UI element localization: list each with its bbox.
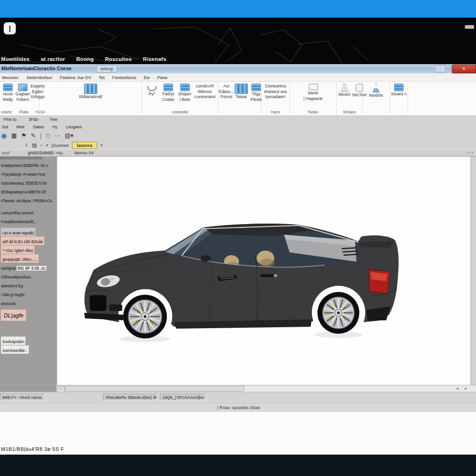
ribbon-button-icon — [356, 84, 363, 92]
side-mirror — [200, 255, 211, 262]
tree-item[interactable]: sEiéaguiatqecoABBiTB GE — [1, 187, 46, 195]
restore-button[interactable]: ▫ — [435, 65, 445, 73]
menu-item[interactable]: Tet — [99, 75, 105, 80]
door-handle-chrome — [274, 274, 277, 277]
car-3d-model[interactable] — [84, 224, 399, 342]
ribbon-button[interactable]: Steard A — [391, 84, 407, 97]
ribbon-button[interactable]: Tetaar — [234, 84, 248, 99]
toolbar-link[interactable]: Hy — [53, 125, 58, 129]
dashes-icon[interactable]: – – — [55, 132, 61, 140]
document-tab[interactable]: selong — [96, 65, 117, 73]
separator[interactable]: | — [40, 132, 42, 140]
top-blue-bar — [0, 0, 476, 18]
ribbon-button[interactable]: races Widty — [1, 84, 15, 102]
menu-item[interactable]: Fastene Jue DV — [60, 75, 91, 80]
ellipse-icon[interactable]: ◯ — [46, 132, 51, 140]
tree-item[interactable]: voenlusentfar... — [1, 345, 29, 354]
grid-icon[interactable]: ▦ — [11, 132, 17, 140]
highlighted-keyword-chip[interactable]: lasocra — [72, 142, 97, 149]
constraint-icon[interactable]: ⊦ — [26, 142, 28, 148]
tree-item[interactable]: La#uy#döa=ooore# — [1, 208, 33, 216]
tree-item[interactable]: Soeluspoden — [1, 337, 26, 345]
band-button[interactable] — [465, 25, 474, 29]
menu-item[interactable]: Ew — [144, 75, 150, 80]
ribbon-button[interactable]: Mesict — [337, 84, 351, 97]
tree-item[interactable]: oaSignai 991 BF 6.68 .oc — [1, 263, 46, 271]
menu-item[interactable]: Fanteettsios — [112, 75, 136, 80]
application-window: | Mowtilidesat ractlorBoongRosculiosRise… — [0, 0, 476, 476]
tree-item[interactable]: '* AGu' /gBa'i Allea — [1, 245, 34, 254]
ribbon-button[interactable]: Sfdtarratzrall — [79, 84, 102, 99]
tree-top-band — [0, 157, 42, 159]
toolbar-link[interactable]: Dates — [33, 125, 44, 129]
box-icon[interactable]: ▫ — [40, 142, 42, 148]
toolbar-link[interactable]: Moir — [17, 125, 25, 129]
top-menu-item[interactable]: Rosculios — [105, 56, 132, 62]
toolbar-link[interactable]: Sut — [2, 125, 8, 129]
ribbon-button[interactable]: Ctorteartica shatasut aos tyecadater! — [264, 84, 287, 99]
close-button[interactable]: ✕ — [452, 65, 476, 73]
toolbar-link[interactable]: 3Fdo — [29, 117, 39, 122]
ribbon-button[interactable]: LtendcAR liMenos Lvetesnamt — [194, 84, 215, 99]
vertical-scrollbar[interactable] — [470, 157, 476, 385]
top-menu-item[interactable]: Risenafs — [143, 56, 166, 62]
scroll-arrows-icon[interactable]: ◂ ▸ — [456, 386, 469, 390]
top-menu-item[interactable]: Boong — [76, 56, 94, 62]
ribbon-group-caption: Tastec — [291, 109, 335, 115]
ribbon-group: Nesbrts — [363, 82, 390, 115]
tree-item[interactable]: DL|agfe — [1, 310, 26, 321]
tree-item[interactable]: troaatyaraod (BIBDRB: Se o — [1, 160, 48, 169]
tree-item[interactable]: +Fjeyabsejs: #<oewe Foot — [1, 169, 45, 178]
title-bar: MieNomrisanCiuraciio Coroe selong ▫ ✕ — [0, 64, 476, 74]
toolbar-link[interactable]: Fee — [50, 117, 58, 122]
filter-field-label[interactable]: |Gunmet — [52, 143, 68, 148]
shaded-box-icon[interactable]: ▨ — [32, 142, 37, 148]
horizontal-scrollbar[interactable]: › ◂ ▸ — [0, 385, 476, 392]
ribbon-button[interactable]: FaiDyt Coatet — [161, 84, 175, 102]
tree-item[interactable]: rGfrouerkjeeoluce — [1, 272, 31, 280]
ribbon-button-icon — [372, 84, 380, 93]
ribbon-button-icon — [18, 84, 27, 91]
ribbon-group-caption: Hans — [262, 109, 289, 115]
tree-item[interactable]: Gazoateraiuq, (EBEB) 0.0o — [1, 178, 46, 186]
ribbon-button[interactable]: Gagtaer Febers — [16, 84, 30, 102]
chevron-down-icon[interactable]: ▾ — [101, 143, 103, 147]
doc-window-buttons[interactable]: ▫ ▫ — [467, 151, 474, 155]
ribbon-group: btenti | Hagearar Tastec — [290, 82, 337, 115]
tree-item[interactable]: #Teeete: alrAfiyoe, PRStfeACs — [1, 196, 52, 204]
tree-item[interactable]: ataresinct Eg — [1, 281, 23, 289]
ribbon-button[interactable]: Shaper | Bete — [178, 84, 192, 102]
app-logo-icon[interactable]: | — [4, 22, 16, 34]
chevron-down-icon[interactable]: ▾ — [46, 143, 48, 147]
menu-item[interactable]: Meureer. — [2, 75, 20, 80]
ribbon-group: Sfdtarratzrall — [39, 82, 142, 115]
tree-item[interactable]: i.ao e auae wguab| — [1, 228, 35, 236]
ribbon-group-caption: resets: Fhats +6.54 — [1, 109, 38, 115]
scrollbar-thumb[interactable] — [65, 386, 244, 391]
3d-viewport[interactable] — [57, 157, 470, 385]
tree-item[interactable]: <3de-g-Gught — [1, 290, 24, 298]
top-menu-item[interactable]: Mowtilides — [1, 56, 30, 62]
globe-icon[interactable]: ◉ — [1, 132, 7, 140]
style-dropdown-icon[interactable]: ▤▾ — [65, 132, 73, 140]
tree-item[interactable]: aeouuae — [1, 298, 16, 307]
flag-icon[interactable]: ⚑ — [21, 132, 26, 140]
tree-item[interactable]: iaR &il ls BA 1iBr BiSulie — [1, 237, 44, 245]
tree-item[interactable]: geopgegtit: 18teo...... — [1, 254, 39, 263]
toolbar-link[interactable]: Leogaes — [66, 125, 82, 129]
menu-item[interactable]: Pane — [157, 75, 167, 80]
ribbon-button[interactable]: Py² — [145, 84, 159, 97]
ribbon-group-caption: Sirtiaes — [337, 109, 361, 115]
ribbon-group: Ctorteartica shatasut aos tyecadater! Ha… — [261, 82, 290, 115]
toolbar-row-1: Fine to3FdoFee — [4, 117, 58, 122]
scroll-left-button[interactable]: › — [57, 386, 65, 392]
toolbar-link[interactable]: Fine to — [4, 117, 17, 122]
pencil-icon[interactable]: ✎ — [31, 132, 36, 140]
ribbon-button-icon — [180, 84, 190, 91]
ribbon-button[interactable]: Nesbrts — [369, 84, 383, 98]
menu-item[interactable]: Deterstrelaur — [27, 75, 53, 80]
tree-item[interactable]: FoeaBlioneberarsfil... — [1, 217, 36, 225]
top-menu-item[interactable]: at ractlor — [41, 56, 65, 62]
ribbon-button[interactable]: Aor Edaso... Porcet — [219, 84, 233, 99]
ribbon-button[interactable]: btenti | Hagearar — [304, 84, 323, 101]
